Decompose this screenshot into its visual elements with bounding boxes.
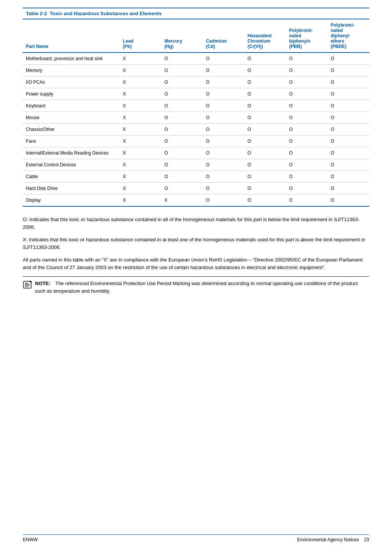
footer-right: Environmental Agency Notices 23 — [297, 537, 369, 542]
table-row: Motherboard, processor and heat sinkXOOO… — [23, 53, 369, 65]
content-section: O: Indicates that this toxic or hazardou… — [23, 216, 369, 271]
compliance-paragraph: All parts named in this table with an “X… — [23, 256, 369, 271]
header-pbde: Polybromi-nateddiphenylethers(PBDE) — [328, 19, 369, 53]
cell-part-name: I/O PCAs — [23, 77, 120, 88]
table-body: Motherboard, processor and heat sinkXOOO… — [23, 53, 369, 206]
cell-pbb: O — [286, 65, 327, 77]
cell-pbde: O — [328, 53, 369, 65]
cell-cadmium: O — [203, 124, 244, 136]
cell-hexavalent: O — [244, 171, 286, 183]
cell-hexavalent: O — [244, 124, 286, 136]
cell-mercury: O — [161, 171, 203, 183]
header-cadmium: Cadmium(Cd) — [203, 19, 244, 53]
cell-mercury: O — [161, 65, 203, 77]
table-row: Power supplyXOOOOO — [23, 88, 369, 100]
table-row: DisplayXXOOOO — [23, 194, 369, 207]
o-note-paragraph: O: Indicates that this toxic or hazardou… — [23, 216, 369, 231]
svg-rect-0 — [24, 281, 31, 288]
cell-pbde: O — [328, 183, 369, 194]
cell-part-name: Chassis/Other — [23, 124, 120, 136]
cell-cadmium: O — [203, 171, 244, 183]
cell-pbde: O — [328, 65, 369, 77]
cell-cadmium: O — [203, 159, 244, 171]
cell-lead: X — [120, 53, 161, 65]
cell-hexavalent: O — [244, 112, 286, 124]
cell-part-name: Fans — [23, 136, 120, 147]
table-title: Table 2-2 Toxic and Hazardous Substances… — [23, 8, 369, 19]
cell-cadmium: O — [203, 194, 244, 207]
cell-cadmium: O — [203, 100, 244, 112]
cell-lead: X — [120, 183, 161, 194]
cell-pbde: O — [328, 100, 369, 112]
table-row: Chassis/OtherXOOOOO — [23, 124, 369, 136]
cell-mercury: X — [161, 194, 203, 207]
cell-mercury: O — [161, 136, 203, 147]
cell-lead: X — [120, 88, 161, 100]
cell-mercury: O — [161, 100, 203, 112]
cell-pbb: O — [286, 88, 327, 100]
page-container: Table 2-2 Toxic and Hazardous Substances… — [0, 0, 392, 550]
cell-mercury: O — [161, 124, 203, 136]
cell-part-name: Cable — [23, 171, 120, 183]
header-mercury: Mercury(Hg) — [161, 19, 203, 53]
cell-lead: X — [120, 194, 161, 207]
cell-pbde: O — [328, 124, 369, 136]
cell-part-name: Motherboard, processor and heat sink — [23, 53, 120, 65]
cell-mercury: O — [161, 112, 203, 124]
cell-lead: X — [120, 65, 161, 77]
cell-hexavalent: O — [244, 53, 286, 65]
cell-pbde: O — [328, 88, 369, 100]
cell-mercury: O — [161, 77, 203, 88]
table-number: Table 2-2 — [26, 11, 47, 16]
note-text: The referenced Environmental Protection … — [35, 281, 358, 294]
cell-hexavalent: O — [244, 147, 286, 159]
cell-lead: X — [120, 147, 161, 159]
cell-hexavalent: O — [244, 77, 286, 88]
cell-mercury: O — [161, 88, 203, 100]
cell-mercury: O — [161, 183, 203, 194]
cell-pbde: O — [328, 147, 369, 159]
cell-pbb: O — [286, 183, 327, 194]
cell-part-name: Internal/External Media Reading Devices — [23, 147, 120, 159]
table-row: Internal/External Media Reading DevicesX… — [23, 147, 369, 159]
cell-part-name: Display — [23, 194, 120, 207]
note-label: NOTE: — [35, 281, 50, 286]
cell-pbb: O — [286, 136, 327, 147]
cell-pbde: O — [328, 194, 369, 207]
cell-pbde: O — [328, 77, 369, 88]
cell-mercury: O — [161, 159, 203, 171]
x-note-paragraph: X: Indicates that this toxic or hazardou… — [23, 236, 369, 251]
cell-hexavalent: O — [244, 88, 286, 100]
hazardous-substances-table: Part Name Lead(Pb) Mercury(Hg) Cadmium(C… — [23, 19, 369, 207]
cell-pbb: O — [286, 53, 327, 65]
header-lead: Lead(Pb) — [120, 19, 161, 53]
cell-lead: X — [120, 136, 161, 147]
cell-part-name: Memory — [23, 65, 120, 77]
table-row: MouseXOOOOO — [23, 112, 369, 124]
footer-left: ENWW — [23, 537, 38, 542]
cell-pbb: O — [286, 100, 327, 112]
cell-pbb: O — [286, 77, 327, 88]
cell-pbde: O — [328, 112, 369, 124]
note-box: NOTE: The referenced Environmental Prote… — [23, 276, 369, 295]
cell-hexavalent: O — [244, 194, 286, 207]
cell-part-name: Mouse — [23, 112, 120, 124]
cell-hexavalent: O — [244, 100, 286, 112]
cell-cadmium: O — [203, 183, 244, 194]
table-row: Hard Disk DriveXOOOOO — [23, 183, 369, 194]
table-header-row: Part Name Lead(Pb) Mercury(Hg) Cadmium(C… — [23, 19, 369, 53]
cell-cadmium: O — [203, 53, 244, 65]
cell-pbb: O — [286, 124, 327, 136]
header-hexavalent: HexavalentChromium(Cr(VI)) — [244, 19, 286, 53]
cell-pbde: O — [328, 136, 369, 147]
cell-cadmium: O — [203, 77, 244, 88]
note-content: NOTE: The referenced Environmental Prote… — [35, 280, 369, 295]
cell-mercury: O — [161, 147, 203, 159]
cell-cadmium: O — [203, 136, 244, 147]
cell-hexavalent: O — [244, 159, 286, 171]
cell-lead: X — [120, 77, 161, 88]
cell-lead: X — [120, 112, 161, 124]
cell-lead: X — [120, 100, 161, 112]
table-title-text: Toxic and Hazardous Substances and Eleme… — [50, 11, 162, 16]
cell-cadmium: O — [203, 112, 244, 124]
